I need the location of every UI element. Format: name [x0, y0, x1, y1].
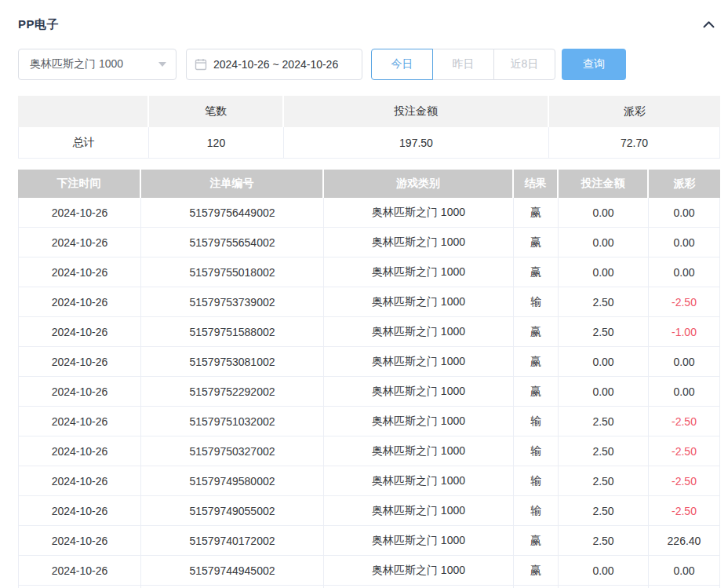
table-row: 2024-10-2651579744945002奥林匹斯之门 1000赢0.00… — [18, 556, 720, 586]
pp-electronic-panel: PP电子 奥林匹斯之门 1000 2024-10-26 ~ 2024-10-26… — [0, 0, 728, 588]
table-row: 2024-10-2651579751032002奥林匹斯之门 1000输2.50… — [18, 407, 720, 436]
cell-bet-amount: 0.00 — [559, 228, 649, 257]
cell-payout: 0.00 — [649, 198, 720, 228]
cell-bet-id: 51579756449002 — [141, 198, 324, 228]
header-bet-amount: 投注金额 — [559, 170, 649, 198]
cell-bet-amount: 0.00 — [559, 198, 649, 228]
game-select[interactable]: 奥林匹斯之门 1000 — [18, 49, 177, 80]
cell-bet-amount: 2.50 — [559, 436, 649, 466]
cell-payout: -2.50 — [649, 287, 720, 317]
cell-result: 赢 — [514, 556, 559, 586]
summary-header-payout: 派彩 — [549, 96, 720, 127]
summary-header-blank — [18, 96, 149, 127]
summary-total-count: 120 — [149, 127, 284, 159]
cell-bet-amount: 2.50 — [559, 496, 649, 526]
cell-bet-amount: 0.00 — [559, 556, 649, 586]
cell-bet-amount: 2.50 — [559, 287, 649, 317]
cell-bet-id: 51579753081002 — [141, 347, 324, 377]
cell-result: 赢 — [514, 526, 559, 556]
cell-bet-time: 2024-10-26 — [18, 496, 141, 526]
cell-bet-id: 51579755654002 — [141, 228, 324, 257]
table-row: 2024-10-2651579740172002奥林匹斯之门 1000赢2.50… — [18, 526, 720, 556]
cell-bet-id: 51579750327002 — [141, 436, 324, 466]
cell-game-type: 奥林匹斯之门 1000 — [324, 436, 514, 466]
cell-bet-time: 2024-10-26 — [18, 556, 141, 586]
cell-bet-amount: 2.50 — [559, 466, 649, 496]
summary-total-payout: 72.70 — [549, 127, 720, 159]
query-button[interactable]: 查询 — [562, 49, 626, 80]
yesterday-button[interactable]: 昨日 — [432, 49, 494, 80]
cell-payout: 226.40 — [649, 526, 720, 556]
cell-result: 赢 — [514, 257, 559, 287]
cell-bet-time: 2024-10-26 — [18, 377, 141, 407]
records-table: 下注时间 注单编号 游戏类别 结果 投注金额 派彩 2024-10-265157… — [18, 170, 720, 588]
cell-bet-time: 2024-10-26 — [18, 466, 141, 496]
table-row: 2024-10-2651579753081002奥林匹斯之门 1000赢0.00… — [18, 347, 720, 377]
cell-result: 赢 — [514, 198, 559, 228]
table-row: 2024-10-2651579750327002奥林匹斯之门 1000输2.50… — [18, 436, 720, 466]
cell-payout: 0.00 — [649, 377, 720, 407]
cell-bet-amount: 2.50 — [559, 317, 649, 347]
cell-game-type: 奥林匹斯之门 1000 — [324, 407, 514, 436]
calendar-icon — [195, 58, 207, 71]
cell-bet-amount: 0.00 — [559, 257, 649, 287]
cell-bet-id: 51579751588002 — [141, 317, 324, 347]
cell-bet-id: 51579752292002 — [141, 377, 324, 407]
cell-result: 赢 — [514, 317, 559, 347]
cell-game-type: 奥林匹斯之门 1000 — [324, 496, 514, 526]
cell-result: 赢 — [514, 347, 559, 377]
cell-game-type: 奥林匹斯之门 1000 — [324, 377, 514, 407]
last-8-days-button[interactable]: 近8日 — [493, 49, 555, 80]
cell-game-type: 奥林匹斯之门 1000 — [324, 347, 514, 377]
summary-total-label: 总计 — [18, 127, 149, 159]
date-range-picker[interactable]: 2024-10-26 ~ 2024-10-26 — [186, 49, 362, 80]
table-row: 2024-10-2651579751588002奥林匹斯之门 1000赢2.50… — [18, 317, 720, 347]
cell-result: 赢 — [514, 377, 559, 407]
date-range-value: 2024-10-26 ~ 2024-10-26 — [213, 58, 338, 71]
table-row: 2024-10-2651579753739002奥林匹斯之门 1000输2.50… — [18, 287, 720, 317]
cell-bet-time: 2024-10-26 — [18, 347, 141, 377]
cell-bet-amount: 0.00 — [559, 347, 649, 377]
header-game-type: 游戏类别 — [324, 170, 514, 198]
cell-bet-time: 2024-10-26 — [18, 228, 141, 257]
cell-bet-time: 2024-10-26 — [18, 436, 141, 466]
cell-payout: -2.50 — [649, 407, 720, 436]
cell-bet-time: 2024-10-26 — [18, 317, 141, 347]
cell-game-type: 奥林匹斯之门 1000 — [324, 257, 514, 287]
header-bet-id: 注单编号 — [141, 170, 324, 198]
cell-result: 输 — [514, 287, 559, 317]
cell-bet-id: 51579740172002 — [141, 526, 324, 556]
table-row: 2024-10-2651579756449002奥林匹斯之门 1000赢0.00… — [18, 198, 720, 228]
cell-result: 输 — [514, 496, 559, 526]
table-body: 2024-10-2651579756449002奥林匹斯之门 1000赢0.00… — [18, 198, 720, 588]
cell-result: 赢 — [514, 228, 559, 257]
cell-bet-id: 51579751032002 — [141, 407, 324, 436]
cell-game-type: 奥林匹斯之门 1000 — [324, 556, 514, 586]
table-row: 2024-10-2651579755654002奥林匹斯之门 1000赢0.00… — [18, 228, 720, 257]
cell-bet-amount: 2.50 — [559, 407, 649, 436]
cell-bet-amount: 0.00 — [559, 377, 649, 407]
today-button[interactable]: 今日 — [371, 49, 433, 80]
table-row: 2024-10-2651579752292002奥林匹斯之门 1000赢0.00… — [18, 377, 720, 407]
table-row: 2024-10-2651579749580002奥林匹斯之门 1000输2.50… — [18, 466, 720, 496]
header-bet-time: 下注时间 — [18, 170, 141, 198]
collapse-button[interactable] — [700, 16, 717, 33]
cell-bet-id: 51579753739002 — [141, 287, 324, 317]
table-row: 2024-10-2651579749055002奥林匹斯之门 1000输2.50… — [18, 496, 720, 526]
records-header-row: 下注时间 注单编号 游戏类别 结果 投注金额 派彩 — [18, 170, 720, 198]
cell-game-type: 奥林匹斯之门 1000 — [324, 466, 514, 496]
cell-bet-time: 2024-10-26 — [18, 198, 141, 228]
cell-bet-time: 2024-10-26 — [18, 526, 141, 556]
chevron-up-icon — [701, 17, 716, 32]
cell-game-type: 奥林匹斯之门 1000 — [324, 526, 514, 556]
header-result: 结果 — [514, 170, 559, 198]
cell-bet-id: 51579755018002 — [141, 257, 324, 287]
panel-header: PP电子 — [18, 16, 720, 33]
cell-bet-time: 2024-10-26 — [18, 257, 141, 287]
summary-table: 笔数 投注金额 派彩 总计 120 197.50 72.70 — [18, 96, 720, 159]
cell-payout: -2.50 — [649, 436, 720, 466]
summary-total-bet-amount: 197.50 — [284, 127, 549, 159]
summary-header-count: 笔数 — [149, 96, 284, 127]
cell-bet-id: 51579744945002 — [141, 556, 324, 586]
cell-payout: 0.00 — [649, 556, 720, 586]
